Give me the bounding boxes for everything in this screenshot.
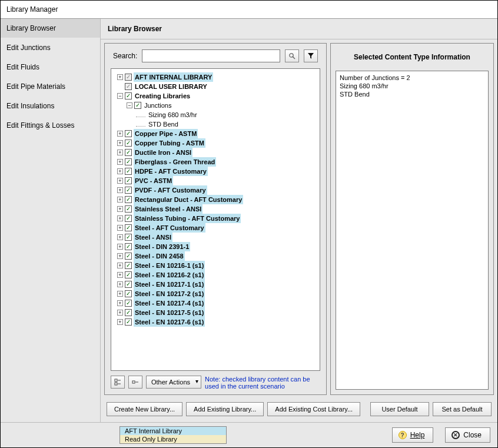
filter-button[interactable] (304, 49, 318, 62)
sidebar-item-library-browser[interactable]: Library Browser (1, 19, 100, 38)
tree-node[interactable]: +✓Stainless Tubing - AFT Customary (117, 214, 317, 223)
tree-label[interactable]: PVDF - AFT Customary (134, 185, 207, 195)
sidebar-item-edit-junctions[interactable]: Edit Junctions (1, 38, 100, 58)
checkbox[interactable]: ✓ (125, 177, 132, 184)
tree-label[interactable]: Steel - EN 10217-1 (s1) (134, 280, 205, 289)
other-actions-dropdown[interactable]: Other Actions (146, 376, 201, 389)
tree-node[interactable]: +✓Copper Tubing - ASTM (117, 138, 317, 148)
search-button[interactable] (285, 49, 299, 62)
expand-icon[interactable]: + (117, 319, 123, 325)
tree-node[interactable]: +✓PVC - ASTM (117, 176, 317, 185)
tree-label[interactable]: PVC - ASTM (134, 176, 173, 185)
tree-label[interactable]: HDPE - AFT Customary (134, 167, 208, 176)
tree-label[interactable]: Sizing 680 m3/hr (147, 110, 198, 120)
tree-node[interactable]: +✓Steel - EN 10216-1 (s1) (117, 261, 317, 270)
expand-icon[interactable]: + (117, 281, 123, 287)
tree-label[interactable]: Steel - AFT Customary (134, 223, 205, 233)
tree-label[interactable]: Steel - EN 10217-5 (s1) (134, 308, 205, 317)
tree-node[interactable]: +✓Fiberglass - Green Thread (117, 157, 317, 167)
tree-label[interactable]: Steel - ANSI (134, 233, 172, 242)
tree-label[interactable]: Stainless Tubing - AFT Customary (134, 214, 241, 223)
set-as-default-button[interactable]: Set as Default (433, 402, 492, 416)
tree-node[interactable]: +✓Steel - AFT Customary (117, 223, 317, 233)
expand-icon[interactable]: + (117, 253, 123, 259)
tree-label[interactable]: Stainless Steel - ANSI (134, 204, 202, 214)
checkbox[interactable]: ✓ (125, 140, 132, 147)
tree-node[interactable]: −✓Junctions (127, 101, 317, 110)
sidebar-item-edit-pipe-materials[interactable]: Edit Pipe Materials (1, 77, 100, 97)
tree-node[interactable]: +✓Steel - EN 10217-5 (s1) (117, 308, 317, 317)
checkbox[interactable]: ✓ (125, 271, 132, 278)
checkbox[interactable]: ✓ (134, 102, 141, 109)
expand-icon[interactable]: + (117, 187, 123, 193)
expand-all-button[interactable] (111, 376, 125, 389)
checkbox[interactable]: ✓ (125, 243, 132, 250)
tree-node[interactable]: −✓Creating Libraries (117, 91, 317, 101)
tree-label[interactable]: Copper Tubing - ASTM (134, 138, 205, 148)
tree-node[interactable]: +✓Steel - DIN 2458 (117, 251, 317, 261)
expand-icon[interactable]: + (117, 291, 123, 297)
tree-node[interactable]: Sizing 680 m3/hr (136, 110, 317, 120)
expand-icon[interactable]: + (117, 263, 123, 268)
tree-node[interactable]: +✓Steel - EN 10217-4 (s1) (117, 298, 317, 308)
add-existing-cost-library-button[interactable]: Add Existing Cost Library... (267, 402, 360, 416)
expand-icon[interactable]: + (117, 272, 123, 278)
collapse-icon[interactable]: − (117, 93, 123, 99)
user-default-button[interactable]: User Default (370, 402, 429, 416)
tree-node[interactable]: +✓Stainless Steel - ANSI (117, 204, 317, 214)
expand-icon[interactable]: + (117, 215, 123, 221)
checkbox[interactable]: ✓ (125, 281, 132, 288)
tree-label[interactable]: Steel - DIN 2391-1 (134, 242, 190, 251)
expand-icon[interactable]: + (117, 178, 123, 184)
tree-label[interactable]: Steel - EN 10216-1 (s1) (134, 261, 205, 270)
tree-label[interactable]: LOCAL USER LIBRARY (134, 82, 208, 91)
checkbox[interactable]: ✓ (125, 234, 132, 241)
sidebar-item-edit-fittings-losses[interactable]: Edit Fittings & Losses (1, 116, 100, 135)
checkbox[interactable]: ✓ (125, 300, 132, 307)
tree-node[interactable]: +✓Ductile Iron - ANSI (117, 148, 317, 157)
tree-node[interactable]: +✓Steel - DIN 2391-1 (117, 242, 317, 251)
tree-label[interactable]: Copper Pipe - ASTM (134, 129, 198, 138)
checkbox[interactable]: ✓ (125, 309, 132, 316)
tree-node[interactable]: +✓Steel - EN 10217-2 (s1) (117, 289, 317, 298)
tree-label[interactable]: Steel - EN 10217-6 (s1) (134, 317, 205, 327)
expand-icon[interactable]: + (117, 131, 123, 137)
tree-label[interactable]: Fiberglass - Green Thread (134, 157, 216, 167)
checkbox[interactable]: ✓ (125, 149, 132, 156)
sidebar-item-edit-insulations[interactable]: Edit Insulations (1, 97, 100, 116)
tree-node[interactable]: ✓LOCAL USER LIBRARY (117, 82, 317, 91)
tree-node[interactable]: +✓Steel - EN 10216-2 (s1) (117, 270, 317, 280)
collapse-all-button[interactable] (128, 376, 142, 389)
tree-node[interactable]: +✓Steel - EN 10217-6 (s1) (117, 317, 317, 327)
checkbox[interactable]: ✓ (125, 168, 132, 175)
tree-node[interactable]: +✓PVDF - AFT Customary (117, 185, 317, 195)
search-input[interactable] (142, 49, 280, 62)
expand-icon[interactable]: + (117, 234, 123, 240)
tree-label[interactable]: Junctions (143, 101, 172, 110)
checkbox[interactable]: ✓ (125, 205, 132, 213)
library-tree[interactable]: +✓AFT INTERNAL LIBRARY✓LOCAL USER LIBRAR… (111, 68, 320, 371)
tree-node[interactable]: +✓Steel - ANSI (117, 233, 317, 242)
tree-label[interactable]: STD Bend (147, 120, 180, 129)
checkbox[interactable]: ✓ (125, 318, 132, 326)
collapse-icon[interactable]: − (127, 102, 132, 108)
expand-icon[interactable]: + (117, 244, 123, 250)
expand-icon[interactable]: + (117, 310, 123, 316)
checkbox[interactable]: ✓ (125, 253, 132, 260)
tree-label[interactable]: Steel - EN 10216-2 (s1) (134, 270, 205, 280)
tree-node[interactable]: +✓HDPE - AFT Customary (117, 167, 317, 176)
tree-label[interactable]: Creating Libraries (134, 91, 191, 101)
checkbox[interactable]: ✓ (125, 224, 132, 231)
expand-icon[interactable]: + (117, 300, 123, 306)
tree-label[interactable]: Steel - EN 10217-4 (s1) (134, 298, 205, 308)
checkbox[interactable]: ✓ (125, 130, 132, 137)
tree-node[interactable]: +✓Copper Pipe - ASTM (117, 129, 317, 138)
tree-label[interactable]: Rectangular Duct - AFT Customary (134, 195, 243, 204)
checkbox[interactable]: ✓ (125, 215, 132, 222)
close-button[interactable]: ✕ Close (445, 427, 490, 443)
expand-icon[interactable]: + (117, 159, 123, 165)
tree-node[interactable]: +✓Steel - EN 10217-1 (s1) (117, 280, 317, 289)
tree-label[interactable]: AFT INTERNAL LIBRARY (134, 72, 213, 82)
checkbox[interactable]: ✓ (125, 187, 132, 194)
expand-icon[interactable]: + (117, 168, 123, 174)
